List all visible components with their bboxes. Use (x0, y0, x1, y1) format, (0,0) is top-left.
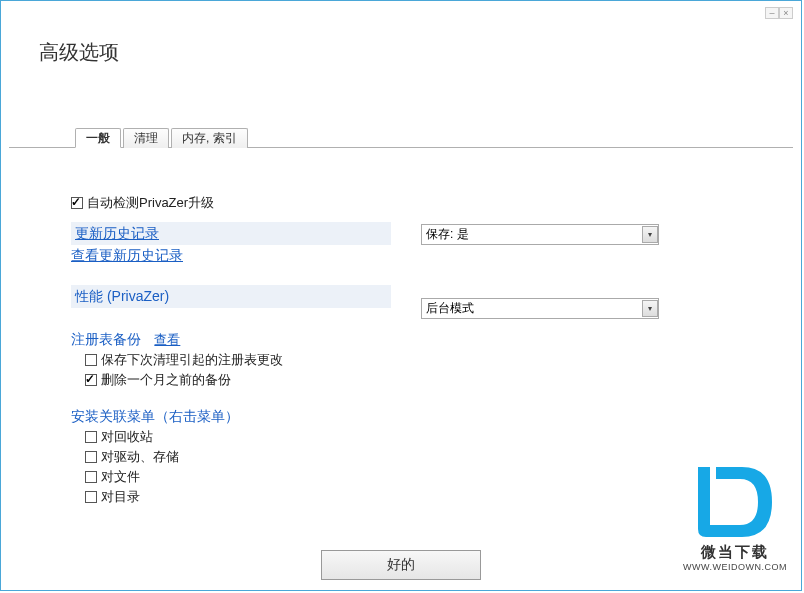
history-save-value: 保存: 是 (426, 226, 469, 243)
tab-memory-index[interactable]: 内存, 索引 (171, 128, 248, 148)
auto-detect-checkbox[interactable] (71, 197, 83, 209)
ctx-folder-checkbox[interactable] (85, 491, 97, 503)
ctx-recycle-label: 对回收站 (101, 428, 153, 446)
tab-cleanup[interactable]: 清理 (123, 128, 169, 148)
tab-bar: 一般 清理 内存, 索引 (9, 127, 793, 148)
chevron-down-icon: ▾ (642, 226, 658, 243)
performance-value: 后台模式 (426, 300, 474, 317)
chevron-down-icon: ▾ (642, 300, 658, 317)
ctx-file-checkbox[interactable] (85, 471, 97, 483)
ctx-recycle-checkbox[interactable] (85, 431, 97, 443)
watermark-brand: 微当下载 (683, 543, 787, 562)
ctx-folder-label: 对目录 (101, 488, 140, 506)
registry-view-link[interactable]: 查看 (154, 332, 180, 347)
app-window: – × 高级选项 一般 清理 内存, 索引 自动检测PrivaZer升级 更新历… (0, 0, 802, 591)
registry-backup-header: 注册表备份 (71, 331, 141, 347)
performance-header: 性能 (PrivaZer) (75, 288, 169, 304)
ok-button[interactable]: 好的 (321, 550, 481, 580)
save-registry-checkbox[interactable] (85, 354, 97, 366)
performance-dropdown[interactable]: 后台模式 ▾ (421, 298, 659, 319)
page-title: 高级选项 (39, 39, 119, 66)
tab-content: 自动检测PrivaZer升级 更新历史记录 查看更新历史记录 保存: 是 ▾ 性… (71, 166, 771, 508)
view-history-link[interactable]: 查看更新历史记录 (71, 247, 183, 263)
ctx-drive-checkbox[interactable] (85, 451, 97, 463)
tab-general[interactable]: 一般 (75, 128, 121, 148)
ctx-file-label: 对文件 (101, 468, 140, 486)
watermark-url: WWW.WEIDOWN.COM (683, 562, 787, 572)
delete-old-backup-label: 删除一个月之前的备份 (101, 371, 231, 389)
window-controls: – × (765, 7, 793, 19)
ctx-drive-label: 对驱动、存储 (101, 448, 179, 466)
minimize-button[interactable]: – (765, 7, 779, 19)
update-history-link[interactable]: 更新历史记录 (75, 225, 159, 241)
save-registry-label: 保存下次清理引起的注册表更改 (101, 351, 283, 369)
delete-old-backup-checkbox[interactable] (85, 374, 97, 386)
close-button[interactable]: × (779, 7, 793, 19)
auto-detect-label: 自动检测PrivaZer升级 (87, 194, 214, 212)
history-save-dropdown[interactable]: 保存: 是 ▾ (421, 224, 659, 245)
context-menu-header: 安装关联菜单（右击菜单） (71, 408, 239, 424)
